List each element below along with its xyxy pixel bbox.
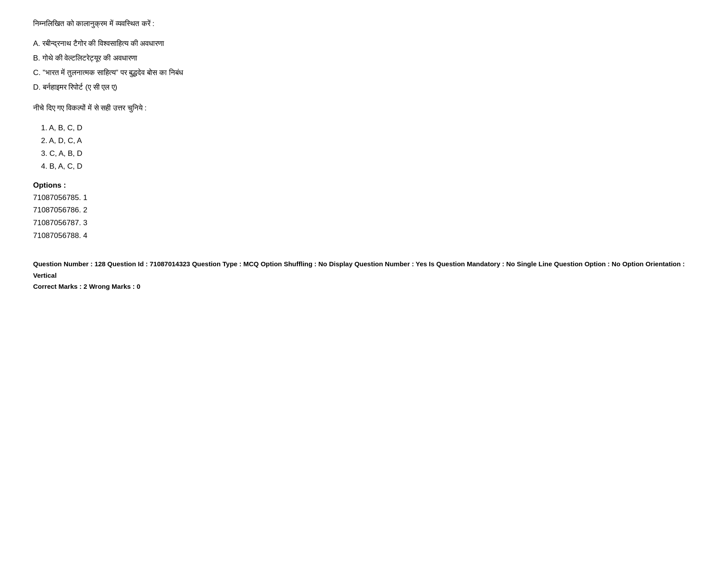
option-id-1: 71087056785. 1	[33, 192, 695, 204]
option-a: A. रबीन्द्रनाथ टैगोर की विश्वसाहित्य की …	[33, 38, 695, 50]
option-id-4: 71087056788. 4	[33, 230, 695, 242]
meta-line2-bold: Correct Marks : 2 Wrong Marks : 0	[33, 283, 140, 290]
choice-2: 2. A, D, C, A	[41, 135, 695, 147]
meta-line1: Question Number : 128 Question Id : 7108…	[33, 258, 695, 281]
meta-line2: Correct Marks : 2 Wrong Marks : 0	[33, 281, 695, 292]
choice-instruction: नीचे दिए गए विकल्पों में से सही उत्तर चु…	[33, 102, 695, 114]
option-b: B. गोथे की वेल्टलिटरेट्यूर की अवधारणा	[33, 52, 695, 65]
option-id-3: 71087056787. 3	[33, 217, 695, 230]
options-label: Options :	[33, 181, 695, 190]
option-id-2: 71087056786. 2	[33, 204, 695, 217]
question-container: निम्नलिखित को कालानुक्रम में व्यवस्थित क…	[33, 18, 695, 292]
choices-section: नीचे दिए गए विकल्पों में से सही उत्तर चु…	[33, 102, 695, 173]
choice-1: 1. A, B, C, D	[41, 122, 695, 135]
choice-3: 3. C, A, B, D	[41, 147, 695, 160]
meta-section: Question Number : 128 Question Id : 7108…	[33, 258, 695, 292]
choice-4: 4. B, A, C, D	[41, 160, 695, 173]
option-d: D. बर्नहाइमर रिपोर्ट (ए सी एल ए)	[33, 81, 695, 94]
option-c: C. "भारत में तुलनात्मक साहित्य" पर बुद्ध…	[33, 67, 695, 79]
meta-line1-bold: Question Number : 128 Question Id : 7108…	[33, 260, 685, 279]
question-instruction: निम्नलिखित को कालानुक्रम में व्यवस्थित क…	[33, 18, 695, 30]
